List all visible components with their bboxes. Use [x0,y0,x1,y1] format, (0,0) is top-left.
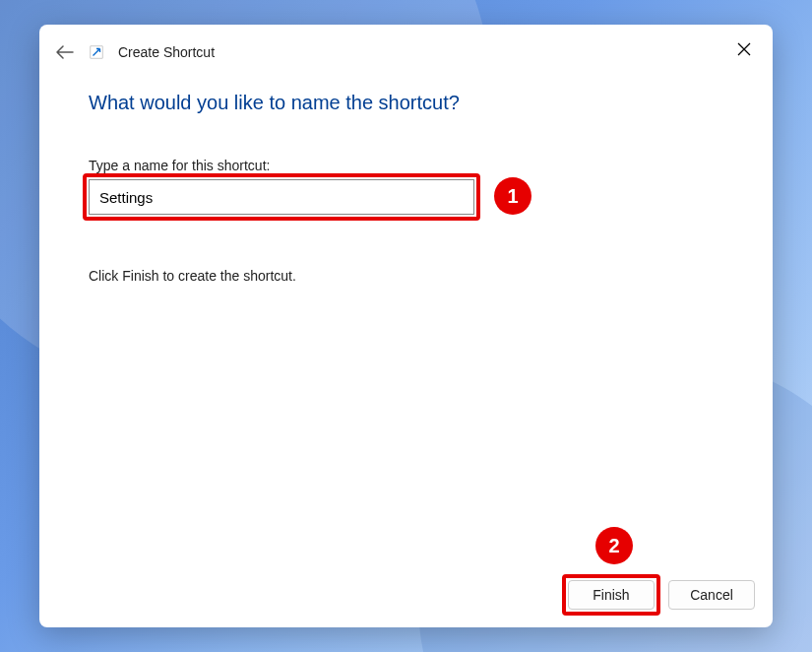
close-icon [737,42,751,56]
shortcut-name-label: Type a name for this shortcut: [89,158,723,173]
finish-wrapper: Finish 2 [568,580,655,610]
create-shortcut-dialog: Create Shortcut What would you like to n… [39,25,773,627]
dialog-heading: What would you like to name the shortcut… [89,92,723,114]
dialog-title: Create Shortcut [118,44,215,60]
input-wrapper: 1 [89,179,474,215]
finish-button[interactable]: Finish [568,580,655,610]
close-button[interactable] [729,34,759,64]
arrow-left-icon [56,45,74,59]
shortcut-name-input[interactable] [89,179,474,215]
dialog-title-row: Create Shortcut [39,25,773,62]
cancel-button[interactable]: Cancel [668,580,755,610]
hint-text: Click Finish to create the shortcut. [89,268,723,284]
shortcut-icon [89,44,104,60]
annotation-badge-1: 1 [494,177,531,215]
dialog-footer: Finish 2 Cancel [39,566,773,627]
back-button[interactable] [55,42,75,62]
dialog-content: What would you like to name the shortcut… [39,62,773,566]
